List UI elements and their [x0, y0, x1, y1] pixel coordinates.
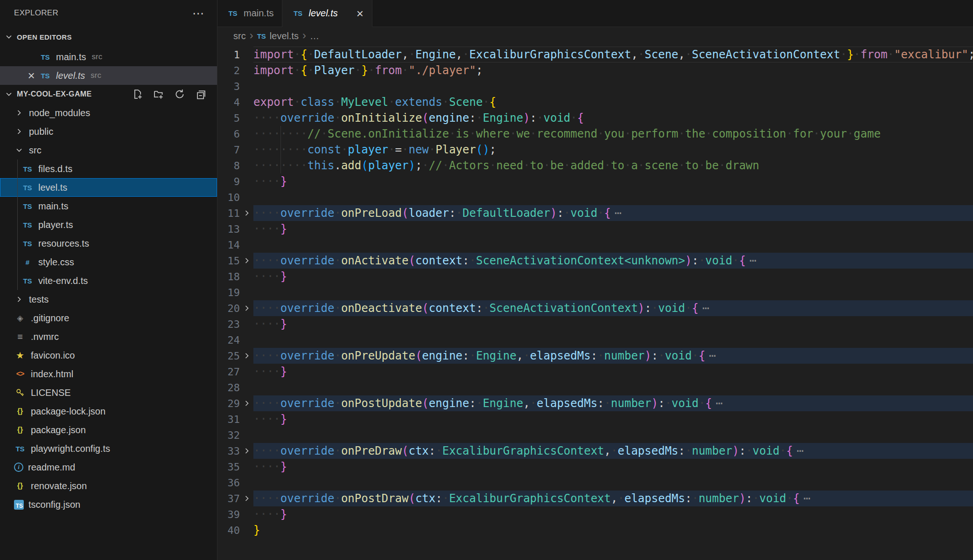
code-line-content[interactable]: }	[253, 522, 973, 538]
tree-item-favicon-ico[interactable]: ★favicon.ico	[0, 346, 217, 365]
code-line-content[interactable]: ····}	[253, 459, 973, 475]
fold-chevron-icon[interactable]	[240, 351, 253, 360]
tree-item-license[interactable]: LICENSE	[0, 383, 217, 402]
code-line[interactable]: 25····override·onPreUpdate(engine:·Engin…	[217, 348, 973, 364]
code-line[interactable]: 29····override·onPostUpdate(engine:·Engi…	[217, 395, 973, 411]
code-line-content[interactable]	[253, 189, 973, 205]
code-line-content[interactable]	[253, 427, 973, 443]
fold-chevron-icon[interactable]	[240, 446, 253, 456]
tree-item-vite-env-d-ts[interactable]: TSvite-env.d.ts	[0, 271, 217, 290]
tree-item-tsconfig-json[interactable]: TStsconfig.json	[0, 495, 217, 514]
tree-item-readme-md[interactable]: ireadme.md	[0, 458, 217, 477]
code-line[interactable]: 27····}	[217, 364, 973, 380]
code-line[interactable]: 31····}	[217, 411, 973, 427]
close-icon[interactable]: ×	[28, 69, 35, 82]
refresh-icon[interactable]	[175, 89, 185, 99]
tree-item-src[interactable]: src	[0, 141, 217, 159]
code-line[interactable]: 19	[217, 284, 973, 300]
code-line-content[interactable]: import·{·Player·}·from·"./player";	[253, 62, 973, 78]
code-line-content[interactable]: ····override·onInitialize(engine:·Engine…	[253, 110, 973, 126]
code-line[interactable]: 14	[217, 237, 973, 253]
tab-main-ts[interactable]: TSmain.ts	[217, 0, 282, 27]
code-line-content[interactable]: ····}	[253, 411, 973, 427]
code-editor[interactable]: 1import·{·DefaultLoader,·Engine,·Excalib…	[217, 45, 973, 560]
tree-item--nvmrc[interactable]: ≡.nvmrc	[0, 327, 217, 346]
code-line-content[interactable]: ········const·player·=·new·Player();	[253, 142, 973, 158]
code-line[interactable]: 40}	[217, 522, 973, 538]
code-line[interactable]: 36	[217, 475, 973, 491]
tree-item-index-html[interactable]: <>index.html	[0, 365, 217, 383]
tree-item-public[interactable]: public	[0, 122, 217, 141]
code-line-content[interactable]: import·{·DefaultLoader,·Engine,·Excalibu…	[253, 47, 973, 62]
open-editor-item[interactable]: ×TSlevel.tssrc	[0, 66, 217, 85]
tree-item-player-ts[interactable]: TSplayer.ts	[0, 215, 217, 234]
code-line-content[interactable]	[253, 284, 973, 300]
code-line-content[interactable]: ········//·Scene.onInitialize·is·where·w…	[253, 126, 973, 142]
code-line[interactable]: 5····override·onInitialize(engine:·Engin…	[217, 110, 973, 126]
code-line-content[interactable]: ····override·onPostUpdate(engine:·Engine…	[253, 395, 973, 411]
code-line-content[interactable]: ····override·onPostDraw(ctx:·ExcaliburGr…	[253, 491, 973, 506]
code-line-content[interactable]	[253, 380, 973, 395]
breadcrumb-item[interactable]: …	[310, 31, 319, 41]
fold-chevron-icon[interactable]	[240, 399, 253, 408]
code-line-content[interactable]	[253, 237, 973, 253]
tree-item-package-json[interactable]: {}package.json	[0, 421, 217, 439]
tree-item-renovate-json[interactable]: {}renovate.json	[0, 477, 217, 495]
code-line[interactable]: 13····}	[217, 221, 973, 237]
collapse-all-icon[interactable]	[196, 89, 206, 99]
new-file-icon[interactable]	[133, 89, 143, 99]
more-actions-icon[interactable]: ⋯	[192, 7, 204, 19]
code-line[interactable]: 24	[217, 332, 973, 348]
code-line-content[interactable]: ····override·onPreDraw(ctx:·ExcaliburGra…	[253, 443, 973, 459]
project-header[interactable]: MY-COOL-EX-GAME	[0, 85, 217, 104]
fold-chevron-icon[interactable]	[240, 304, 253, 313]
code-line[interactable]: 3	[217, 78, 973, 94]
code-line[interactable]: 8········this.add(player);·//·Actors·nee…	[217, 158, 973, 173]
open-editor-item[interactable]: TSmain.tssrc	[0, 48, 217, 66]
tree-item-files-d-ts[interactable]: TSfiles.d.ts	[0, 159, 217, 178]
tree-item-resources-ts[interactable]: TSresources.ts	[0, 234, 217, 253]
code-line[interactable]: 6········//·Scene.onInitialize·is·where·…	[217, 126, 973, 142]
code-line-content[interactable]: ········this.add(player);·//·Actors·need…	[253, 158, 973, 173]
code-line[interactable]: 23····}	[217, 316, 973, 332]
code-line[interactable]: 15····override·onActivate(context:·Scene…	[217, 253, 973, 269]
code-line[interactable]: 28	[217, 380, 973, 395]
code-line-content[interactable]: ····}	[253, 269, 973, 284]
breadcrumb-item[interactable]: TSlevel.ts	[257, 31, 299, 41]
code-line[interactable]: 32	[217, 427, 973, 443]
code-line-content[interactable]: ····}	[253, 221, 973, 237]
close-icon[interactable]: ×	[357, 7, 364, 20]
code-line-content[interactable]: ····override·onActivate(context:·SceneAc…	[253, 253, 973, 269]
code-line[interactable]: 18····}	[217, 269, 973, 284]
code-line[interactable]: 4export·class·MyLevel·extends·Scene·{	[217, 94, 973, 110]
new-folder-icon[interactable]	[154, 89, 164, 99]
code-line-content[interactable]: ····override·onDeactivate(context:·Scene…	[253, 300, 973, 316]
code-line[interactable]: 1import·{·DefaultLoader,·Engine,·Excalib…	[217, 47, 973, 62]
code-line-content[interactable]: ····}	[253, 364, 973, 380]
code-line[interactable]: 9····}	[217, 173, 973, 189]
code-line[interactable]: 10	[217, 189, 973, 205]
code-line[interactable]: 35····}	[217, 459, 973, 475]
code-line-content[interactable]	[253, 475, 973, 491]
code-line[interactable]: 2import·{·Player·}·from·"./player";	[217, 62, 973, 78]
tree-item-playwright-config-ts[interactable]: TSplaywright.config.ts	[0, 439, 217, 458]
code-line-content[interactable]: ····}	[253, 316, 973, 332]
breadcrumb-item[interactable]: src	[233, 31, 246, 41]
code-line-content[interactable]: export·class·MyLevel·extends·Scene·{	[253, 94, 973, 110]
tree-item-tests[interactable]: tests	[0, 290, 217, 309]
code-line-content[interactable]: ····override·onPreLoad(loader:·DefaultLo…	[253, 205, 973, 221]
code-line[interactable]: 7········const·player·=·new·Player();	[217, 142, 973, 158]
code-line-content[interactable]: ····override·onPreUpdate(engine:·Engine,…	[253, 348, 973, 364]
code-line[interactable]: 20····override·onDeactivate(context:·Sce…	[217, 300, 973, 316]
tree-item-style-css[interactable]: #style.css	[0, 253, 217, 271]
tree-item-package-lock-json[interactable]: {}package-lock.json	[0, 402, 217, 421]
code-line[interactable]: 37····override·onPostDraw(ctx:·Excalibur…	[217, 491, 973, 506]
code-line-content[interactable]: ····}	[253, 506, 973, 522]
tab-level-ts[interactable]: TSlevel.ts×	[282, 0, 372, 27]
tree-item-main-ts[interactable]: TSmain.ts	[0, 197, 217, 215]
code-line-content[interactable]	[253, 332, 973, 348]
fold-chevron-icon[interactable]	[240, 208, 253, 218]
tree-item-level-ts[interactable]: TSlevel.ts	[0, 178, 217, 197]
tree-item--gitignore[interactable]: ◈.gitignore	[0, 309, 217, 327]
code-line-content[interactable]: ····}	[253, 173, 973, 189]
